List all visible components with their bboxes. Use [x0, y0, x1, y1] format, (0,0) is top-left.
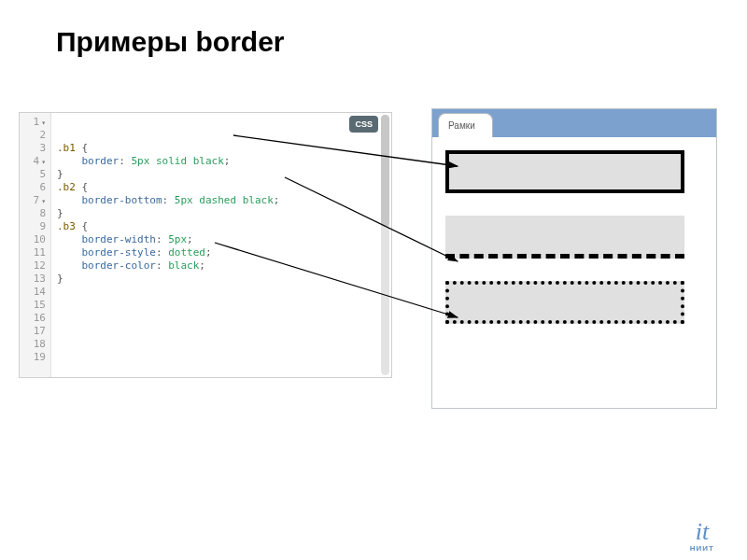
line-number: 13	[20, 273, 50, 286]
indent	[57, 155, 82, 167]
css-property: border-width	[82, 233, 156, 245]
line-number: 17	[20, 325, 50, 338]
semicolon: ;	[187, 233, 193, 245]
scrollbar-thumb[interactable]	[381, 115, 389, 227]
line-number: 5	[20, 168, 50, 181]
line-number: 9	[20, 220, 50, 233]
indent	[57, 259, 82, 272]
colon: :	[156, 259, 168, 272]
colon: :	[119, 155, 131, 167]
indent	[57, 194, 82, 206]
css-value: 5px dashed black	[175, 194, 274, 206]
line-number: 8	[20, 207, 50, 220]
colon: :	[162, 194, 175, 206]
demo-box-dotted	[445, 281, 684, 324]
semicolon: ;	[224, 155, 231, 167]
preview-body	[432, 137, 716, 359]
css-property: border-color	[82, 259, 156, 272]
code-body[interactable]: CSS .b1 { border: 5px solid black; } .b2…	[51, 113, 391, 377]
line-number: 12	[20, 259, 50, 273]
brace: }	[57, 168, 63, 180]
line-number: 15	[20, 299, 50, 312]
line-number: 14	[20, 286, 50, 299]
css-property: border-style	[82, 246, 156, 259]
browser-tabbar: Рамки	[432, 109, 716, 137]
selector: .b3	[57, 220, 76, 232]
logo-subtext: НИИТ	[690, 544, 714, 553]
line-number: 11	[20, 246, 50, 259]
colon: :	[156, 246, 168, 259]
brace: {	[82, 181, 89, 193]
css-property: border-bottom	[82, 194, 162, 206]
language-badge: CSS	[349, 116, 378, 133]
browser-tab[interactable]: Рамки	[438, 113, 493, 137]
selector: .b1	[57, 142, 76, 154]
brace: {	[82, 220, 89, 232]
line-number: 19	[20, 351, 50, 364]
line-number: 18	[20, 338, 50, 351]
slide-title: Примеры border	[56, 26, 285, 58]
line-number: 4	[20, 155, 50, 168]
indent	[57, 233, 82, 245]
selector: .b2	[57, 181, 76, 193]
demo-box-dashed	[445, 216, 684, 259]
demo-box-solid	[445, 150, 684, 193]
css-value: black	[168, 259, 199, 272]
code-editor-panel: 12345678910111213141516171819 CSS .b1 { …	[19, 112, 392, 378]
line-number: 7	[20, 194, 50, 207]
line-number: 1	[20, 116, 50, 129]
footer-logo: it НИИТ	[690, 520, 714, 553]
indent	[57, 246, 82, 259]
semicolon: ;	[199, 259, 205, 272]
semicolon: ;	[205, 246, 212, 259]
preview-browser-panel: Рамки	[431, 108, 717, 409]
scrollbar[interactable]	[381, 115, 389, 375]
css-value: dotted	[168, 246, 205, 259]
line-number: 3	[20, 142, 50, 155]
brace: {	[82, 142, 89, 154]
line-number: 16	[20, 312, 50, 325]
css-property: border	[82, 155, 120, 167]
brace: }	[57, 207, 63, 219]
semicolon: ;	[274, 194, 280, 206]
line-number: 2	[20, 129, 50, 142]
line-number: 6	[20, 181, 50, 194]
line-number-gutter: 12345678910111213141516171819	[20, 113, 51, 377]
brace: }	[57, 273, 63, 285]
css-value: 5px	[168, 233, 187, 245]
colon: :	[156, 233, 168, 245]
logo-mark: it	[690, 520, 714, 544]
line-number: 10	[20, 233, 50, 246]
css-value: 5px solid black	[132, 155, 224, 167]
